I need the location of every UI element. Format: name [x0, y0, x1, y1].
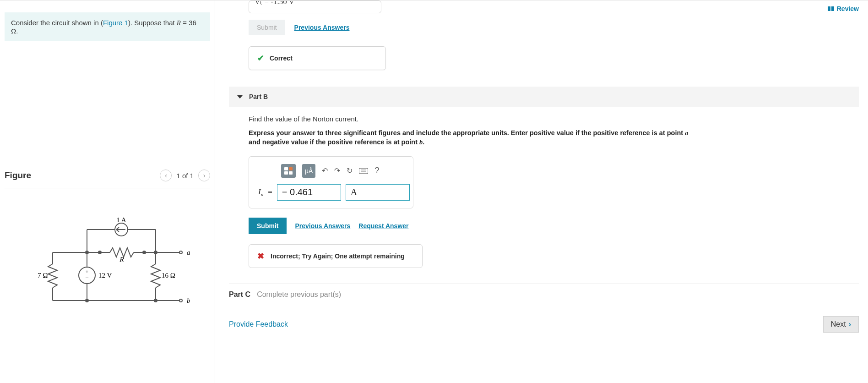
part-b-body: Find the value of the Norton current. Ex…: [229, 107, 859, 268]
svg-point-23: [86, 299, 88, 302]
part-a-submit-button: Submit: [249, 20, 285, 35]
figure-link[interactable]: Figure 1: [103, 19, 128, 27]
svg-point-22: [179, 299, 182, 302]
part-a-answer-text: Vₜ = -1.50 V: [255, 0, 294, 6]
part-b-var-label: In: [258, 187, 263, 197]
intro-post1: ). Suppose that: [128, 19, 177, 27]
circuit-svg: + − 1 A R 7 Ω: [27, 216, 192, 317]
part-b-feedback-text: Incorrect; Try Again; One attempt remain…: [271, 252, 405, 260]
problem-intro: Consider the circuit shown in (Figure 1)…: [5, 12, 210, 41]
figure-header: Figure ‹ 1 of 1 ›: [5, 170, 210, 188]
figure-prev-button[interactable]: ‹: [160, 170, 172, 181]
svg-text:+: +: [86, 269, 88, 274]
label-r-left: 7 Ω: [38, 272, 48, 279]
provide-feedback-link[interactable]: Provide Feedback: [229, 320, 288, 328]
part-b-question: Find the value of the Norton current.: [249, 115, 859, 123]
label-vsrc: 12 V: [98, 272, 112, 279]
part-b-unit-input[interactable]: [346, 184, 410, 201]
redo-button[interactable]: ↷: [334, 164, 340, 178]
figure-block: Figure ‹ 1 of 1 ›: [5, 170, 210, 318]
part-b-previous-answers-link[interactable]: Previous Answers: [295, 222, 350, 230]
equals-label: =: [268, 188, 272, 197]
next-label: Next: [831, 320, 846, 328]
reset-button[interactable]: ↻: [347, 164, 353, 178]
part-b-input-block: μÅ ↶ ↷ ↻ ? In =: [249, 156, 413, 208]
units-button[interactable]: μÅ: [302, 164, 315, 178]
help-button[interactable]: ?: [374, 164, 379, 178]
chevron-right-icon: ›: [849, 320, 851, 328]
label-top-current: 1 A: [116, 216, 126, 224]
part-b-actions: Submit Previous Answers Request Answer: [249, 218, 859, 234]
instr-seg3: .: [423, 138, 424, 146]
review-icon: [828, 6, 834, 11]
figure-nav: ‹ 1 of 1 ›: [160, 170, 210, 181]
label-r-right: 16 Ω: [162, 272, 175, 279]
part-b-feedback: ✖ Incorrect; Try Again; One attempt rema…: [249, 244, 423, 268]
x-icon: ✖: [257, 251, 264, 261]
answer-toolbar: μÅ ↶ ↷ ↻ ?: [258, 164, 404, 178]
svg-text:−: −: [85, 274, 89, 281]
svg-point-24: [154, 299, 157, 302]
part-c-subtext: Complete previous part(s): [257, 290, 341, 299]
part-b-submit-button[interactable]: Submit: [249, 218, 287, 234]
templates-icon: [284, 167, 293, 175]
part-b-instructions: Express your answer to three significant…: [249, 128, 697, 147]
label-b: b: [187, 297, 190, 304]
figure-next-button[interactable]: ›: [198, 170, 210, 181]
part-b-input-row: In =: [258, 184, 404, 201]
undo-button[interactable]: ↶: [322, 164, 328, 178]
svg-rect-26: [289, 167, 293, 170]
part-b-title: Part B: [249, 93, 268, 100]
part-a-feedback: ✔ Correct: [249, 46, 386, 70]
caret-down-icon: [237, 95, 243, 98]
part-b-value-input[interactable]: [277, 184, 341, 201]
figure-index: 1 of 1: [176, 172, 194, 180]
instr-seg2: and negative value if the positive refer…: [249, 138, 419, 146]
part-b-header[interactable]: Part B: [229, 87, 859, 107]
part-c-row: Part C Complete previous part(s): [229, 284, 859, 306]
part-a-previous-answers-link[interactable]: Previous Answers: [294, 24, 350, 31]
label-r: R: [119, 256, 124, 263]
keyboard-icon: [359, 168, 368, 174]
figure-title: Figure: [5, 170, 31, 181]
svg-point-9: [98, 251, 101, 254]
left-panel: Consider the circuit shown in (Figure 1)…: [0, 0, 215, 383]
circuit-diagram: + − 1 A R 7 Ω: [5, 216, 210, 318]
part-a-feedback-text: Correct: [270, 55, 293, 62]
part-a-answer-box: Vₜ = -1.50 V: [249, 0, 381, 13]
review-link[interactable]: Review: [828, 5, 859, 12]
check-icon: ✔: [257, 53, 264, 63]
part-b-request-answer-link[interactable]: Request Answer: [358, 222, 408, 230]
svg-point-10: [143, 251, 146, 254]
svg-rect-28: [289, 171, 293, 175]
templates-button[interactable]: [281, 164, 296, 178]
svg-rect-29: [359, 168, 368, 174]
svg-rect-25: [284, 167, 288, 170]
keyboard-button[interactable]: [359, 164, 368, 178]
instr-seg1: Express your answer to three significant…: [249, 129, 685, 137]
part-c-label: Part C: [229, 290, 250, 299]
next-button[interactable]: Next ›: [823, 316, 859, 333]
review-label: Review: [837, 5, 859, 12]
instr-a: a: [685, 129, 688, 137]
svg-rect-27: [284, 171, 288, 175]
right-panel: Review Vₜ = -1.50 V Submit Previous Answ…: [215, 0, 868, 383]
svg-point-7: [179, 251, 182, 254]
label-a: a: [187, 249, 190, 256]
part-a-actions: Submit Previous Answers: [249, 20, 859, 35]
intro-var: R: [177, 19, 181, 27]
intro-pre: Consider the circuit shown in (: [11, 19, 103, 27]
bottom-row: Provide Feedback Next ›: [229, 311, 859, 333]
